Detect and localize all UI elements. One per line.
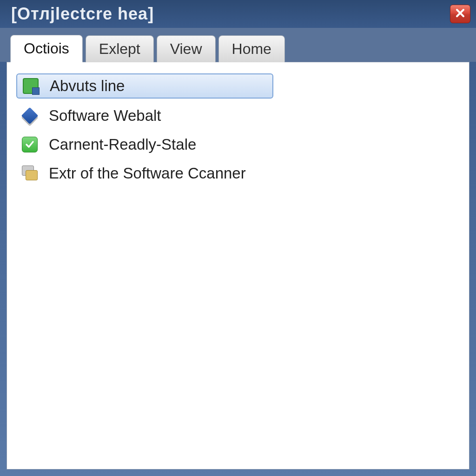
list-item-label: Abvuts line xyxy=(50,77,125,95)
tab-label: Octiois xyxy=(24,40,69,57)
titlebar: [Oтлjlectcre hea] xyxy=(0,0,476,28)
diamond-icon xyxy=(21,107,39,125)
close-button[interactable] xyxy=(450,5,470,23)
tab-bar: Octiois Exlept View Home xyxy=(0,28,476,62)
tab-label: View xyxy=(170,40,202,57)
tab-home[interactable]: Home xyxy=(218,35,285,62)
stack-icon xyxy=(21,165,39,182)
list-item-label: Carnent-Readly-Stale xyxy=(49,136,196,153)
dialog-window: [Oтлjlectcre hea] Octiois Exlept View Ho… xyxy=(0,0,476,476)
close-icon xyxy=(455,8,465,20)
check-icon xyxy=(21,136,39,153)
content-panel: Abvuts line Software Webalt Carnent-Read… xyxy=(7,62,469,469)
tab-octiois[interactable]: Octiois xyxy=(10,35,83,62)
list-item-label: Extr of the Software Ccanner xyxy=(49,165,246,182)
tab-label: Home xyxy=(232,40,271,57)
tab-view[interactable]: View xyxy=(157,35,216,62)
list-item[interactable]: Extr of the Software Ccanner xyxy=(16,162,460,185)
tab-exlept[interactable]: Exlept xyxy=(86,35,154,62)
list-item[interactable]: Carnent-Readly-Stale xyxy=(16,133,460,156)
app-icon xyxy=(22,77,40,95)
list-item[interactable]: Abvuts line xyxy=(16,73,273,99)
window-title: [Oтлjlectcre hea] xyxy=(11,4,154,24)
list-item[interactable]: Software Webalt xyxy=(16,104,460,127)
list-item-label: Software Webalt xyxy=(49,107,161,125)
tab-label: Exlept xyxy=(99,40,140,57)
